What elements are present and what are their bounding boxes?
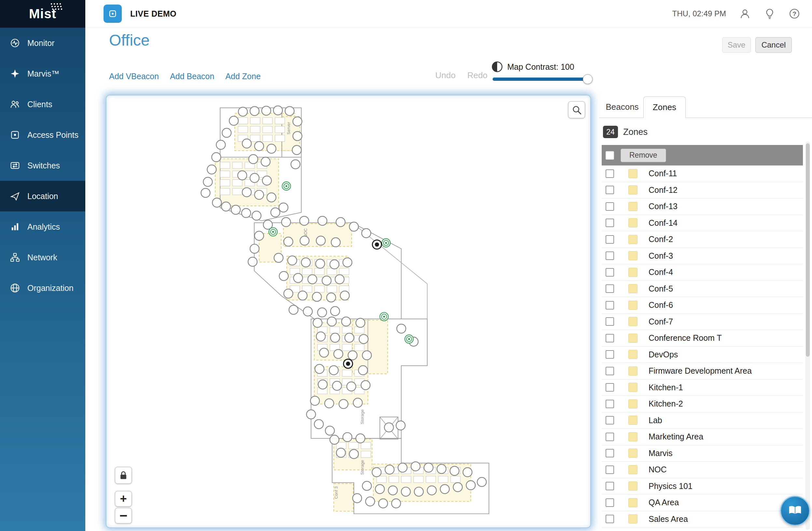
vbeacon-marker[interactable] (238, 171, 247, 180)
vbeacon-marker[interactable] (339, 400, 348, 408)
vbeacon-marker[interactable] (375, 485, 385, 493)
tab-beacons[interactable]: Beacons (601, 96, 643, 117)
zone-checkbox[interactable] (606, 169, 614, 178)
zoom-out-button[interactable]: − (115, 508, 132, 523)
zone-checkbox[interactable] (606, 367, 614, 375)
map-search-button[interactable] (568, 101, 585, 118)
vbeacon-marker[interactable] (271, 208, 280, 217)
vbeacon-marker[interactable] (317, 308, 327, 317)
vbeacon-marker[interactable] (359, 335, 368, 344)
zone-checkbox[interactable] (606, 416, 614, 424)
vbeacon-marker[interactable] (359, 365, 367, 375)
slider-handle[interactable] (583, 74, 593, 84)
zone-row[interactable]: QA Area (602, 494, 803, 511)
zone-row[interactable]: Firmware Development Area (602, 363, 803, 379)
undo-button[interactable]: Undo (435, 70, 455, 81)
vbeacon-marker[interactable] (292, 145, 302, 155)
zone-checkbox[interactable] (606, 284, 614, 293)
vbeacon-marker[interactable] (362, 481, 372, 490)
zone-checkbox[interactable] (606, 449, 614, 457)
vbeacon-marker[interactable] (294, 273, 303, 282)
vbeacon-marker[interactable] (379, 499, 388, 508)
zone-checkbox[interactable] (606, 383, 614, 392)
sidebar-item-clients[interactable]: Clients (0, 89, 85, 120)
vbeacon-marker[interactable] (252, 211, 261, 220)
vbeacon-marker[interactable] (362, 351, 372, 360)
vbeacon-marker[interactable] (267, 144, 276, 153)
vbeacon-marker[interactable] (249, 154, 258, 164)
zone-checkbox[interactable] (606, 350, 614, 359)
zone-checkbox[interactable] (606, 301, 614, 309)
sidebar-item-marvis[interactable]: Marvis™ (0, 58, 85, 89)
vbeacon-marker[interactable] (335, 275, 344, 284)
vbeacon-marker[interactable] (274, 253, 283, 263)
sidebar-item-access-points[interactable]: Access Points (0, 120, 85, 150)
floor-plan-canvas[interactable]: ServerNOCStorageStorageConf 3 (106, 96, 590, 528)
zone-checkbox[interactable] (606, 219, 614, 227)
add-beacon-link[interactable]: Add Beacon (170, 72, 214, 81)
zone-checkbox[interactable] (606, 251, 614, 260)
vbeacon-marker[interactable] (342, 317, 351, 326)
vbeacon-marker[interactable] (306, 410, 316, 419)
vbeacon-marker[interactable] (298, 291, 307, 300)
zone-checkbox[interactable] (606, 317, 614, 326)
tab-zones[interactable]: Zones (643, 96, 686, 118)
scrollbar-thumb[interactable] (806, 143, 810, 357)
zone-row[interactable]: Physics 101 (602, 478, 803, 495)
vbeacon-marker[interactable] (327, 317, 336, 326)
vbeacon-marker[interactable] (397, 324, 406, 333)
zone-checkbox[interactable] (606, 334, 614, 343)
sidebar-item-location[interactable]: Location (0, 181, 85, 211)
zone-checkbox[interactable] (606, 400, 614, 408)
cancel-button[interactable]: Cancel (755, 37, 792, 53)
vbeacon-marker[interactable] (343, 258, 352, 267)
vbeacon-marker[interactable] (334, 350, 343, 359)
zone-row[interactable]: Kitchen-1 (602, 379, 803, 396)
vbeacon-marker[interactable] (255, 231, 264, 240)
vbeacon-marker[interactable] (301, 258, 310, 267)
zone-checkbox[interactable] (606, 186, 614, 194)
org-switcher-button[interactable] (103, 4, 122, 23)
zone-row[interactable]: Marvis (602, 445, 803, 462)
vbeacon-marker[interactable] (345, 333, 354, 343)
vbeacon-marker[interactable] (222, 128, 231, 138)
vbeacon-marker[interactable] (229, 116, 238, 125)
vbeacon-marker[interactable] (450, 466, 459, 476)
vbeacon-marker[interactable] (330, 260, 339, 269)
vbeacon-marker[interactable] (329, 365, 338, 375)
vbeacon-marker[interactable] (477, 477, 487, 486)
vbeacon-marker[interactable] (242, 209, 251, 218)
vbeacon-marker[interactable] (440, 485, 449, 493)
zone-row[interactable]: DevOps (602, 347, 803, 363)
device-marker[interactable] (344, 359, 352, 368)
vbeacon-marker[interactable] (398, 463, 407, 472)
zone-row[interactable]: Conf-4 (602, 264, 803, 281)
documentation-button[interactable] (780, 496, 810, 526)
ap-marker[interactable] (405, 335, 413, 344)
zoom-in-button[interactable]: + (115, 491, 132, 506)
vbeacon-marker[interactable] (327, 293, 336, 302)
select-all-checkbox[interactable] (606, 151, 614, 159)
vbeacon-marker[interactable] (361, 380, 370, 390)
vbeacon-marker[interactable] (336, 448, 346, 457)
vbeacon-marker[interactable] (349, 450, 359, 459)
vbeacon-marker[interactable] (203, 177, 212, 186)
vbeacon-marker[interactable] (427, 486, 436, 495)
zone-checkbox[interactable] (606, 235, 614, 244)
ap-marker[interactable] (269, 228, 277, 236)
vbeacon-marker[interactable] (322, 276, 331, 285)
vbeacon-marker[interactable] (288, 256, 297, 265)
zone-checkbox[interactable] (606, 268, 614, 277)
vbeacon-marker[interactable] (207, 165, 216, 174)
vbeacon-marker[interactable] (325, 426, 334, 435)
add-zone-link[interactable]: Add Zone (225, 72, 260, 81)
vbeacon-marker[interactable] (366, 497, 375, 506)
vbeacon-marker[interactable] (316, 332, 325, 341)
vbeacon-marker[interactable] (216, 140, 225, 150)
vbeacon-marker[interactable] (255, 190, 264, 199)
whats-new-lightbulb-icon[interactable] (764, 8, 775, 19)
redo-button[interactable]: Redo (467, 70, 488, 81)
vbeacon-marker[interactable] (279, 203, 288, 212)
vbeacon-marker[interactable] (340, 291, 349, 300)
zone-checkbox[interactable] (606, 482, 614, 490)
